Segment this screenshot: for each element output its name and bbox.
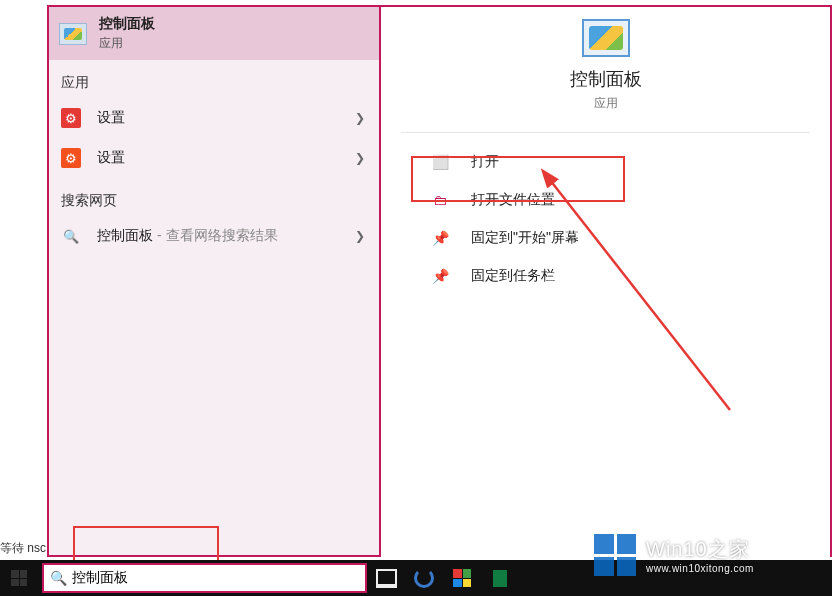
action-label: 打开 xyxy=(471,153,499,171)
taskbar-search-box[interactable]: 🔍 xyxy=(42,563,367,593)
chevron-right-icon: ❯ xyxy=(355,111,365,125)
section-apps-label: 应用 xyxy=(49,60,379,98)
task-view-button[interactable] xyxy=(367,560,405,596)
edge-taskbar-icon[interactable] xyxy=(405,560,443,596)
best-match-subtitle: 应用 xyxy=(99,35,155,52)
result-settings-2[interactable]: 设置 ❯ xyxy=(49,138,379,178)
detail-panel: 控制面板 应用 ⬜ 打开 🗀 打开文件位置 📌 固定到"开始"屏幕 📌 固定到任… xyxy=(381,5,832,557)
action-pin-taskbar[interactable]: 📌 固定到任务栏 xyxy=(381,257,830,295)
result-settings-1[interactable]: 设置 ❯ xyxy=(49,98,379,138)
action-open-location[interactable]: 🗀 打开文件位置 xyxy=(381,181,830,219)
result-label: 设置 xyxy=(97,149,125,167)
result-web-search[interactable]: 控制面板 - 查看网络搜索结果 ❯ xyxy=(49,216,379,256)
start-button[interactable] xyxy=(0,560,38,596)
search-icon xyxy=(61,226,81,246)
gear-icon xyxy=(61,148,81,168)
open-icon: ⬜ xyxy=(431,153,449,171)
best-match-title: 控制面板 xyxy=(99,15,155,33)
status-text: 等待 nsc xyxy=(0,540,46,557)
search-input[interactable] xyxy=(72,570,365,586)
office-taskbar-icon[interactable] xyxy=(443,560,481,596)
pin-icon: 📌 xyxy=(431,267,449,285)
action-label: 打开文件位置 xyxy=(471,191,555,209)
windows-logo-icon xyxy=(11,570,27,586)
best-match-control-panel[interactable]: 控制面板 应用 xyxy=(49,7,379,60)
detail-subtitle: 应用 xyxy=(381,95,830,112)
folder-icon: 🗀 xyxy=(431,191,449,209)
result-sublabel: - 查看网络搜索结果 xyxy=(157,227,278,245)
result-label: 控制面板 xyxy=(97,227,153,245)
control-panel-icon xyxy=(59,23,87,45)
chevron-right-icon: ❯ xyxy=(355,229,365,243)
control-panel-large-icon xyxy=(582,19,630,57)
detail-title: 控制面板 xyxy=(381,67,830,91)
gear-icon xyxy=(61,108,81,128)
search-icon: 🔍 xyxy=(44,570,72,586)
action-open[interactable]: ⬜ 打开 xyxy=(381,143,830,181)
excel-taskbar-icon[interactable] xyxy=(481,560,519,596)
result-label: 设置 xyxy=(97,109,125,127)
divider xyxy=(401,132,810,133)
best-match-text: 控制面板 应用 xyxy=(99,15,155,52)
section-web-label: 搜索网页 xyxy=(49,178,379,216)
search-results-panel: 控制面板 应用 应用 设置 ❯ 设置 ❯ 搜索网页 控制面板 - 查看网络搜索结… xyxy=(47,5,381,557)
action-label: 固定到任务栏 xyxy=(471,267,555,285)
taskbar: 🔍 xyxy=(0,560,832,596)
chevron-right-icon: ❯ xyxy=(355,151,365,165)
pin-icon: 📌 xyxy=(431,229,449,247)
action-pin-start[interactable]: 📌 固定到"开始"屏幕 xyxy=(381,219,830,257)
action-label: 固定到"开始"屏幕 xyxy=(471,229,579,247)
